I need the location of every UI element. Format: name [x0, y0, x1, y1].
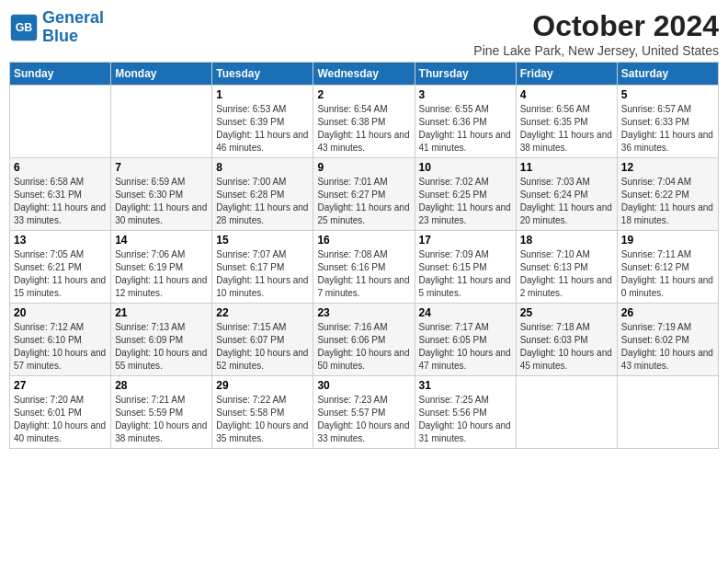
day-info: Sunrise: 7:05 AM Sunset: 6:21 PM Dayligh… — [14, 248, 107, 300]
day-info: Sunrise: 7:02 AM Sunset: 6:25 PM Dayligh… — [419, 176, 512, 227]
logo: GB General Blue — [9, 9, 104, 46]
day-info: Sunrise: 7:11 AM Sunset: 6:12 PM Dayligh… — [621, 248, 714, 300]
calendar-cell: 5Sunrise: 6:57 AM Sunset: 6:33 PM Daylig… — [617, 86, 718, 158]
main-title: October 2024 — [473, 9, 719, 43]
day-number: 19 — [621, 234, 714, 247]
day-info: Sunrise: 6:57 AM Sunset: 6:33 PM Dayligh… — [621, 103, 714, 155]
logo-icon: GB — [9, 13, 39, 42]
day-info: Sunrise: 7:08 AM Sunset: 6:16 PM Dayligh… — [317, 248, 410, 300]
day-info: Sunrise: 7:20 AM Sunset: 6:01 PM Dayligh… — [14, 394, 107, 445]
calendar-cell: 23Sunrise: 7:16 AM Sunset: 6:06 PM Dayli… — [313, 304, 415, 376]
day-info: Sunrise: 7:07 AM Sunset: 6:17 PM Dayligh… — [216, 248, 309, 300]
day-info: Sunrise: 7:17 AM Sunset: 6:05 PM Dayligh… — [419, 321, 512, 373]
day-number: 30 — [317, 379, 410, 392]
calendar-cell: 25Sunrise: 7:18 AM Sunset: 6:03 PM Dayli… — [516, 304, 617, 376]
day-info: Sunrise: 7:21 AM Sunset: 5:59 PM Dayligh… — [115, 394, 208, 445]
day-info: Sunrise: 6:59 AM Sunset: 6:30 PM Dayligh… — [115, 176, 208, 227]
day-number: 21 — [115, 306, 208, 319]
logo-text: General Blue — [42, 9, 104, 46]
calendar-cell: 11Sunrise: 7:03 AM Sunset: 6:24 PM Dayli… — [516, 158, 617, 231]
day-number: 16 — [317, 234, 410, 247]
day-info: Sunrise: 7:18 AM Sunset: 6:03 PM Dayligh… — [520, 321, 613, 373]
day-info: Sunrise: 6:55 AM Sunset: 6:36 PM Dayligh… — [419, 103, 512, 155]
calendar-cell: 3Sunrise: 6:55 AM Sunset: 6:36 PM Daylig… — [415, 86, 516, 158]
calendar-cell: 29Sunrise: 7:22 AM Sunset: 5:58 PM Dayli… — [212, 376, 313, 449]
svg-text:GB: GB — [16, 20, 33, 33]
day-info: Sunrise: 7:13 AM Sunset: 6:09 PM Dayligh… — [115, 321, 208, 373]
day-number: 22 — [216, 306, 309, 319]
day-number: 7 — [115, 161, 208, 174]
day-number: 9 — [317, 161, 410, 174]
calendar-cell: 1Sunrise: 6:53 AM Sunset: 6:39 PM Daylig… — [212, 86, 313, 158]
week-row-5: 27Sunrise: 7:20 AM Sunset: 6:01 PM Dayli… — [10, 376, 719, 449]
week-row-2: 6Sunrise: 6:58 AM Sunset: 6:31 PM Daylig… — [10, 158, 719, 231]
calendar-cell: 16Sunrise: 7:08 AM Sunset: 6:16 PM Dayli… — [313, 231, 415, 304]
calendar-cell: 7Sunrise: 6:59 AM Sunset: 6:30 PM Daylig… — [111, 158, 212, 231]
weekday-thursday: Thursday — [415, 63, 516, 86]
page-header: GB General Blue October 2024 Pine Lake P… — [9, 9, 719, 58]
day-info: Sunrise: 7:12 AM Sunset: 6:10 PM Dayligh… — [14, 321, 107, 373]
day-number: 18 — [520, 234, 613, 247]
day-info: Sunrise: 6:56 AM Sunset: 6:35 PM Dayligh… — [520, 103, 613, 155]
day-info: Sunrise: 6:54 AM Sunset: 6:38 PM Dayligh… — [317, 103, 410, 155]
day-number: 24 — [419, 306, 512, 319]
calendar-cell — [111, 86, 212, 158]
calendar-cell: 30Sunrise: 7:23 AM Sunset: 5:57 PM Dayli… — [313, 376, 415, 449]
calendar-cell — [10, 86, 111, 158]
day-number: 10 — [419, 161, 512, 174]
day-number: 6 — [14, 161, 107, 174]
subtitle: Pine Lake Park, New Jersey, United State… — [473, 43, 719, 58]
day-number: 31 — [419, 379, 512, 392]
day-number: 25 — [520, 306, 613, 319]
calendar-cell: 22Sunrise: 7:15 AM Sunset: 6:07 PM Dayli… — [212, 304, 313, 376]
calendar-cell: 24Sunrise: 7:17 AM Sunset: 6:05 PM Dayli… — [415, 304, 516, 376]
calendar-cell: 17Sunrise: 7:09 AM Sunset: 6:15 PM Dayli… — [415, 231, 516, 304]
weekday-tuesday: Tuesday — [212, 63, 313, 86]
calendar-cell: 27Sunrise: 7:20 AM Sunset: 6:01 PM Dayli… — [10, 376, 111, 449]
day-info: Sunrise: 7:04 AM Sunset: 6:22 PM Dayligh… — [621, 176, 714, 227]
day-info: Sunrise: 7:22 AM Sunset: 5:58 PM Dayligh… — [216, 394, 309, 445]
calendar-cell: 2Sunrise: 6:54 AM Sunset: 6:38 PM Daylig… — [313, 86, 415, 158]
weekday-sunday: Sunday — [10, 63, 111, 86]
day-number: 29 — [216, 379, 309, 392]
week-row-3: 13Sunrise: 7:05 AM Sunset: 6:21 PM Dayli… — [10, 231, 719, 304]
day-number: 13 — [14, 234, 107, 247]
week-row-1: 1Sunrise: 6:53 AM Sunset: 6:39 PM Daylig… — [10, 86, 719, 158]
day-number: 2 — [317, 88, 410, 101]
weekday-friday: Friday — [516, 63, 617, 86]
day-info: Sunrise: 7:25 AM Sunset: 5:56 PM Dayligh… — [419, 394, 512, 445]
weekday-monday: Monday — [111, 63, 212, 86]
calendar-cell: 10Sunrise: 7:02 AM Sunset: 6:25 PM Dayli… — [415, 158, 516, 231]
calendar-cell: 21Sunrise: 7:13 AM Sunset: 6:09 PM Dayli… — [111, 304, 212, 376]
day-number: 8 — [216, 161, 309, 174]
calendar-table: SundayMondayTuesdayWednesdayThursdayFrid… — [9, 62, 719, 449]
day-info: Sunrise: 7:16 AM Sunset: 6:06 PM Dayligh… — [317, 321, 410, 373]
day-number: 1 — [216, 88, 309, 101]
calendar-cell: 31Sunrise: 7:25 AM Sunset: 5:56 PM Dayli… — [415, 376, 516, 449]
calendar-cell: 6Sunrise: 6:58 AM Sunset: 6:31 PM Daylig… — [10, 158, 111, 231]
calendar-cell: 12Sunrise: 7:04 AM Sunset: 6:22 PM Dayli… — [617, 158, 718, 231]
calendar-cell: 28Sunrise: 7:21 AM Sunset: 5:59 PM Dayli… — [111, 376, 212, 449]
day-number: 27 — [14, 379, 107, 392]
day-number: 23 — [317, 306, 410, 319]
calendar-cell: 4Sunrise: 6:56 AM Sunset: 6:35 PM Daylig… — [516, 86, 617, 158]
day-number: 11 — [520, 161, 613, 174]
day-number: 17 — [419, 234, 512, 247]
week-row-4: 20Sunrise: 7:12 AM Sunset: 6:10 PM Dayli… — [10, 304, 719, 376]
day-info: Sunrise: 6:58 AM Sunset: 6:31 PM Dayligh… — [14, 176, 107, 227]
weekday-header-row: SundayMondayTuesdayWednesdayThursdayFrid… — [10, 63, 719, 86]
calendar-cell: 8Sunrise: 7:00 AM Sunset: 6:28 PM Daylig… — [212, 158, 313, 231]
day-info: Sunrise: 7:19 AM Sunset: 6:02 PM Dayligh… — [621, 321, 714, 373]
day-info: Sunrise: 7:09 AM Sunset: 6:15 PM Dayligh… — [419, 248, 512, 300]
calendar-body: 1Sunrise: 6:53 AM Sunset: 6:39 PM Daylig… — [10, 86, 719, 449]
day-number: 28 — [115, 379, 208, 392]
calendar-cell — [617, 376, 718, 449]
calendar-cell: 13Sunrise: 7:05 AM Sunset: 6:21 PM Dayli… — [10, 231, 111, 304]
calendar-cell: 20Sunrise: 7:12 AM Sunset: 6:10 PM Dayli… — [10, 304, 111, 376]
day-number: 20 — [14, 306, 107, 319]
calendar-cell: 19Sunrise: 7:11 AM Sunset: 6:12 PM Dayli… — [617, 231, 718, 304]
calendar-cell: 15Sunrise: 7:07 AM Sunset: 6:17 PM Dayli… — [212, 231, 313, 304]
day-info: Sunrise: 7:01 AM Sunset: 6:27 PM Dayligh… — [317, 176, 410, 227]
day-info: Sunrise: 7:10 AM Sunset: 6:13 PM Dayligh… — [520, 248, 613, 300]
day-number: 3 — [419, 88, 512, 101]
